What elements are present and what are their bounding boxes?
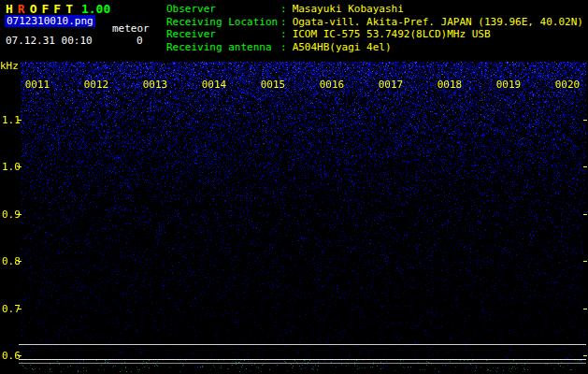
info-row-receiver: Receiver:ICOM IC-575 53.7492(8LCD)MHz US… [166, 28, 583, 41]
info-colon: : [280, 28, 287, 41]
output-filename: 0712310010.png [5, 15, 95, 27]
y-axis-tick [18, 309, 22, 309]
x-axis-time-label: 0011 [24, 79, 50, 91]
y-axis-tick [583, 120, 587, 121]
info-colon: : [280, 3, 287, 16]
logo-letter: H [6, 2, 13, 16]
y-axis-tick [583, 214, 587, 215]
y-axis-tick [18, 166, 22, 167]
spectrogram-canvas [0, 58, 588, 374]
info-label: Receiver [166, 28, 280, 41]
x-axis-time-label: 0014 [201, 79, 227, 91]
x-axis-time-label: 0020 [554, 79, 581, 91]
info-label: Receiving antenna [166, 41, 280, 54]
x-axis-time-label: 0012 [83, 79, 109, 91]
info-value: A504HB(yagi 4el) [293, 41, 392, 54]
timestamp: 07.12.31 00:10 [6, 35, 93, 47]
logo-letter: F [41, 2, 49, 16]
x-axis-time-label: 0019 [495, 79, 522, 91]
info-colon: : [280, 41, 287, 54]
mode-label: meteor [112, 22, 150, 35]
info-row-observer: Observer:Masayuki Kobayashi [166, 3, 583, 16]
y-axis-unit: kHz [0, 60, 19, 72]
y-axis-tick [18, 355, 22, 356]
info-colon: : [280, 16, 287, 29]
info-value: Masayuki Kobayashi [293, 3, 404, 16]
x-axis-time-label: 0017 [378, 79, 404, 91]
logo-letter: O [30, 2, 37, 16]
y-axis-tick [18, 214, 22, 215]
x-axis-time-label: 0015 [260, 79, 286, 91]
info-value: Ogata-vill. Akita-Pref. JAPAN (139.96E, … [293, 16, 583, 29]
info-label: Receiving Location [166, 16, 280, 29]
y-axis-tick [583, 166, 587, 167]
x-axis-time-label: 0018 [437, 79, 463, 91]
app-logo: HROFFT1.00 [6, 2, 110, 16]
logo-letter: F [53, 2, 61, 16]
app-version: 1.00 [81, 2, 110, 16]
observation-info: Observer:Masayuki Kobayashi Receiving Lo… [166, 3, 583, 53]
info-label: Observer [166, 3, 280, 16]
y-axis-tick [583, 309, 587, 309]
y-axis-tick [18, 261, 22, 262]
logo-letter: R [18, 2, 25, 16]
info-value: ICOM IC-575 53.7492(8LCD)MHz USB [293, 28, 491, 41]
info-row-antenna: Receiving antenna:A504HB(yagi 4el) [166, 41, 583, 54]
y-axis-tick [583, 355, 587, 356]
y-axis-tick [583, 261, 587, 262]
logo-letter: T [65, 2, 73, 16]
info-row-location: Receiving Location:Ogata-vill. Akita-Pre… [166, 16, 583, 29]
meteor-count: 0 [136, 35, 143, 47]
hrofft-screen: HROFFT1.00 0712310010.png meteor 07.12.3… [0, 0, 588, 374]
x-axis-time-label: 0013 [142, 79, 168, 91]
y-axis-tick [18, 120, 22, 121]
x-axis-time-label: 0016 [319, 79, 345, 91]
